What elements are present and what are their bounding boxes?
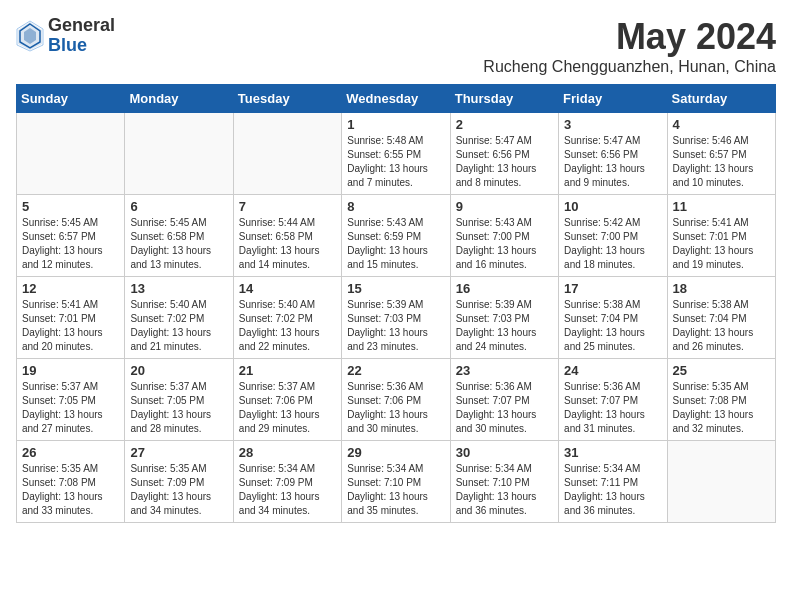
day-number: 7 [239, 199, 336, 214]
day-info: Sunrise: 5:37 AMSunset: 7:05 PMDaylight:… [130, 380, 227, 436]
day-number: 20 [130, 363, 227, 378]
day-number: 5 [22, 199, 119, 214]
col-friday: Friday [559, 85, 667, 113]
day-info: Sunrise: 5:41 AMSunset: 7:01 PMDaylight:… [22, 298, 119, 354]
day-info: Sunrise: 5:46 AMSunset: 6:57 PMDaylight:… [673, 134, 770, 190]
calendar-cell: 8Sunrise: 5:43 AMSunset: 6:59 PMDaylight… [342, 195, 450, 277]
calendar-cell: 30Sunrise: 5:34 AMSunset: 7:10 PMDayligh… [450, 441, 558, 523]
day-info: Sunrise: 5:37 AMSunset: 7:05 PMDaylight:… [22, 380, 119, 436]
col-sunday: Sunday [17, 85, 125, 113]
calendar-cell [125, 113, 233, 195]
calendar-cell: 15Sunrise: 5:39 AMSunset: 7:03 PMDayligh… [342, 277, 450, 359]
col-saturday: Saturday [667, 85, 775, 113]
day-number: 22 [347, 363, 444, 378]
day-info: Sunrise: 5:35 AMSunset: 7:09 PMDaylight:… [130, 462, 227, 518]
calendar-cell: 9Sunrise: 5:43 AMSunset: 7:00 PMDaylight… [450, 195, 558, 277]
calendar-cell: 6Sunrise: 5:45 AMSunset: 6:58 PMDaylight… [125, 195, 233, 277]
page-header: General Blue May 2024 Rucheng Chengguanz… [16, 16, 776, 76]
day-number: 6 [130, 199, 227, 214]
day-number: 17 [564, 281, 661, 296]
calendar-cell: 24Sunrise: 5:36 AMSunset: 7:07 PMDayligh… [559, 359, 667, 441]
day-info: Sunrise: 5:40 AMSunset: 7:02 PMDaylight:… [239, 298, 336, 354]
title-block: May 2024 Rucheng Chengguanzhen, Hunan, C… [483, 16, 776, 76]
calendar-table: Sunday Monday Tuesday Wednesday Thursday… [16, 84, 776, 523]
day-info: Sunrise: 5:47 AMSunset: 6:56 PMDaylight:… [564, 134, 661, 190]
day-number: 3 [564, 117, 661, 132]
calendar-cell: 19Sunrise: 5:37 AMSunset: 7:05 PMDayligh… [17, 359, 125, 441]
calendar-week-3: 12Sunrise: 5:41 AMSunset: 7:01 PMDayligh… [17, 277, 776, 359]
day-info: Sunrise: 5:43 AMSunset: 7:00 PMDaylight:… [456, 216, 553, 272]
day-number: 14 [239, 281, 336, 296]
month-year: May 2024 [483, 16, 776, 58]
calendar-cell: 25Sunrise: 5:35 AMSunset: 7:08 PMDayligh… [667, 359, 775, 441]
calendar-cell: 18Sunrise: 5:38 AMSunset: 7:04 PMDayligh… [667, 277, 775, 359]
day-info: Sunrise: 5:41 AMSunset: 7:01 PMDaylight:… [673, 216, 770, 272]
day-number: 25 [673, 363, 770, 378]
day-number: 15 [347, 281, 444, 296]
day-info: Sunrise: 5:35 AMSunset: 7:08 PMDaylight:… [22, 462, 119, 518]
calendar-cell: 23Sunrise: 5:36 AMSunset: 7:07 PMDayligh… [450, 359, 558, 441]
col-tuesday: Tuesday [233, 85, 341, 113]
day-number: 4 [673, 117, 770, 132]
calendar-week-2: 5Sunrise: 5:45 AMSunset: 6:57 PMDaylight… [17, 195, 776, 277]
logo-text: General Blue [48, 16, 115, 56]
day-number: 28 [239, 445, 336, 460]
logo-icon [16, 20, 44, 52]
day-number: 18 [673, 281, 770, 296]
calendar-cell: 4Sunrise: 5:46 AMSunset: 6:57 PMDaylight… [667, 113, 775, 195]
day-info: Sunrise: 5:38 AMSunset: 7:04 PMDaylight:… [673, 298, 770, 354]
day-info: Sunrise: 5:45 AMSunset: 6:58 PMDaylight:… [130, 216, 227, 272]
calendar-cell: 27Sunrise: 5:35 AMSunset: 7:09 PMDayligh… [125, 441, 233, 523]
day-number: 29 [347, 445, 444, 460]
calendar-cell: 22Sunrise: 5:36 AMSunset: 7:06 PMDayligh… [342, 359, 450, 441]
calendar-cell [17, 113, 125, 195]
day-number: 31 [564, 445, 661, 460]
calendar-header-row: Sunday Monday Tuesday Wednesday Thursday… [17, 85, 776, 113]
calendar-cell: 31Sunrise: 5:34 AMSunset: 7:11 PMDayligh… [559, 441, 667, 523]
day-number: 21 [239, 363, 336, 378]
calendar-cell: 11Sunrise: 5:41 AMSunset: 7:01 PMDayligh… [667, 195, 775, 277]
day-info: Sunrise: 5:47 AMSunset: 6:56 PMDaylight:… [456, 134, 553, 190]
day-info: Sunrise: 5:45 AMSunset: 6:57 PMDaylight:… [22, 216, 119, 272]
day-info: Sunrise: 5:40 AMSunset: 7:02 PMDaylight:… [130, 298, 227, 354]
calendar-cell: 21Sunrise: 5:37 AMSunset: 7:06 PMDayligh… [233, 359, 341, 441]
calendar-cell: 2Sunrise: 5:47 AMSunset: 6:56 PMDaylight… [450, 113, 558, 195]
day-info: Sunrise: 5:37 AMSunset: 7:06 PMDaylight:… [239, 380, 336, 436]
calendar-week-5: 26Sunrise: 5:35 AMSunset: 7:08 PMDayligh… [17, 441, 776, 523]
day-number: 9 [456, 199, 553, 214]
calendar-cell: 7Sunrise: 5:44 AMSunset: 6:58 PMDaylight… [233, 195, 341, 277]
day-number: 2 [456, 117, 553, 132]
location: Rucheng Chengguanzhen, Hunan, China [483, 58, 776, 76]
day-number: 11 [673, 199, 770, 214]
calendar-cell: 17Sunrise: 5:38 AMSunset: 7:04 PMDayligh… [559, 277, 667, 359]
day-info: Sunrise: 5:44 AMSunset: 6:58 PMDaylight:… [239, 216, 336, 272]
day-info: Sunrise: 5:38 AMSunset: 7:04 PMDaylight:… [564, 298, 661, 354]
calendar-cell [233, 113, 341, 195]
day-info: Sunrise: 5:34 AMSunset: 7:11 PMDaylight:… [564, 462, 661, 518]
calendar-cell: 29Sunrise: 5:34 AMSunset: 7:10 PMDayligh… [342, 441, 450, 523]
col-monday: Monday [125, 85, 233, 113]
day-number: 24 [564, 363, 661, 378]
calendar-cell: 14Sunrise: 5:40 AMSunset: 7:02 PMDayligh… [233, 277, 341, 359]
logo-general: General [48, 16, 115, 36]
col-wednesday: Wednesday [342, 85, 450, 113]
day-info: Sunrise: 5:43 AMSunset: 6:59 PMDaylight:… [347, 216, 444, 272]
day-info: Sunrise: 5:36 AMSunset: 7:07 PMDaylight:… [456, 380, 553, 436]
calendar-cell: 5Sunrise: 5:45 AMSunset: 6:57 PMDaylight… [17, 195, 125, 277]
logo-blue: Blue [48, 36, 115, 56]
day-number: 1 [347, 117, 444, 132]
calendar-cell [667, 441, 775, 523]
day-info: Sunrise: 5:35 AMSunset: 7:08 PMDaylight:… [673, 380, 770, 436]
day-info: Sunrise: 5:39 AMSunset: 7:03 PMDaylight:… [456, 298, 553, 354]
day-number: 13 [130, 281, 227, 296]
calendar-cell: 12Sunrise: 5:41 AMSunset: 7:01 PMDayligh… [17, 277, 125, 359]
col-thursday: Thursday [450, 85, 558, 113]
calendar-week-1: 1Sunrise: 5:48 AMSunset: 6:55 PMDaylight… [17, 113, 776, 195]
calendar-cell: 13Sunrise: 5:40 AMSunset: 7:02 PMDayligh… [125, 277, 233, 359]
calendar-cell: 10Sunrise: 5:42 AMSunset: 7:00 PMDayligh… [559, 195, 667, 277]
day-info: Sunrise: 5:34 AMSunset: 7:10 PMDaylight:… [347, 462, 444, 518]
calendar-week-4: 19Sunrise: 5:37 AMSunset: 7:05 PMDayligh… [17, 359, 776, 441]
day-number: 19 [22, 363, 119, 378]
day-info: Sunrise: 5:34 AMSunset: 7:10 PMDaylight:… [456, 462, 553, 518]
calendar-cell: 26Sunrise: 5:35 AMSunset: 7:08 PMDayligh… [17, 441, 125, 523]
